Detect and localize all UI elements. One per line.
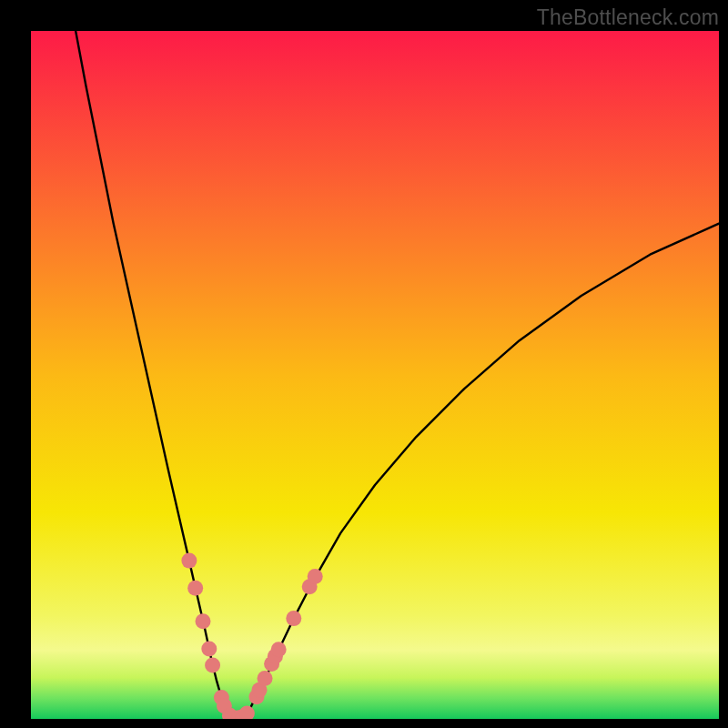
svg-point-2 [187,581,203,596]
svg-point-4 [201,641,217,656]
svg-rect-0 [31,31,719,719]
bottleneck-chart [31,31,719,719]
svg-point-20 [308,569,323,584]
plot-area [31,31,719,719]
watermark-text: TheBottleneck.com [537,5,719,30]
chart-frame: TheBottleneck.com [0,0,728,728]
svg-point-14 [258,671,273,686]
svg-point-18 [286,611,301,626]
svg-point-3 [196,613,211,629]
svg-point-17 [271,642,287,657]
svg-point-1 [181,553,197,569]
svg-point-5 [205,658,220,673]
